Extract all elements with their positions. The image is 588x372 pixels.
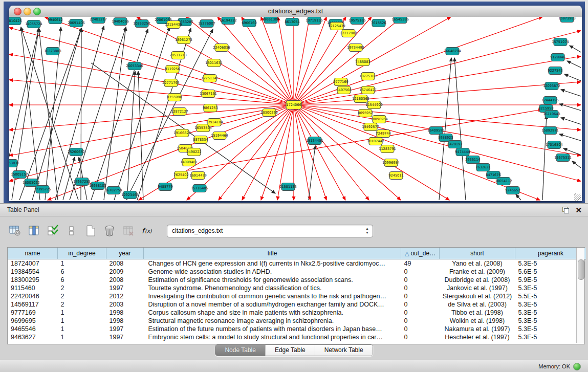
- graph-node[interactable]: 15134451: [306, 137, 323, 145]
- graph-node[interactable]: 19734493: [347, 44, 364, 52]
- graph-node[interactable]: 12444195: [541, 97, 559, 104]
- graph-node[interactable]: 19404056: [112, 18, 129, 26]
- table-mode-icon[interactable]: [8, 224, 21, 237]
- graph-node[interactable]: 9129946: [550, 54, 565, 61]
- graph-node[interactable]: 21581133: [279, 183, 297, 191]
- zoom-button[interactable]: [33, 8, 41, 15]
- graph-node[interactable]: 8613054: [285, 18, 299, 26]
- graph-node[interactable]: 7615526: [371, 19, 386, 27]
- tab-node-table[interactable]: Node Table: [215, 345, 266, 356]
- float-panel-icon[interactable]: [562, 207, 569, 213]
- table-row[interactable]: 1872400712008Changes of HCN gene express…: [8, 259, 586, 268]
- graph-node[interactable]: 7485083: [355, 58, 370, 66]
- graph-node[interactable]: 12160368: [352, 95, 369, 103]
- graph-node[interactable]: 19575165: [349, 17, 366, 25]
- graph-node[interactable]: 14055724: [25, 20, 42, 28]
- graph-node[interactable]: 10896954: [371, 116, 388, 123]
- select-columns-icon[interactable]: [46, 224, 59, 237]
- graph-node[interactable]: 8810425: [9, 17, 22, 25]
- graph-node[interactable]: 6966160: [242, 19, 256, 27]
- graph-node[interactable]: 12125439: [328, 23, 345, 30]
- graph-node[interactable]: 9861253: [203, 104, 217, 112]
- column-header-year[interactable]: year: [106, 248, 144, 259]
- delete-table-icon[interactable]: [122, 224, 135, 237]
- graph-node[interactable]: 19661304: [262, 17, 279, 24]
- graph-node[interactable]: 11675311: [554, 154, 572, 162]
- table-row[interactable]: 1456911722003Disruption of a novel membe…: [8, 300, 586, 309]
- graph-node[interactable]: 18011631: [205, 59, 223, 67]
- graph-node[interactable]: 16210643: [543, 111, 560, 118]
- network-canvas[interactable]: 8810425140557249940612206914062248321719…: [9, 17, 582, 201]
- graph-node[interactable]: 15716485: [191, 185, 208, 192]
- rows-icon[interactable]: [65, 224, 78, 237]
- graph-node[interactable]: 15973983: [558, 17, 576, 23]
- graph-node[interactable]: 1724066: [286, 101, 301, 110]
- graph-node[interactable]: 16648794: [444, 48, 461, 55]
- graph-node[interactable]: 22771793: [162, 79, 180, 87]
- table-row[interactable]: 946362711997Embryonic stem cells: a mode…: [8, 333, 586, 341]
- column-header-name[interactable]: name: [8, 248, 58, 259]
- graph-node[interactable]: 11544909: [365, 101, 383, 109]
- graph-node[interactable]: 16409595: [427, 127, 445, 135]
- graph-node[interactable]: 15005157: [11, 171, 28, 179]
- table-row[interactable]: 946554611997Estimation of the future num…: [8, 325, 586, 333]
- graph-node[interactable]: 15492577: [362, 123, 379, 131]
- graph-node[interactable]: 12154439: [165, 21, 182, 29]
- show-column-icon[interactable]: [27, 224, 40, 237]
- graph-node[interactable]: 15194464: [211, 132, 228, 140]
- graph-node[interactable]: 9227343: [548, 67, 562, 75]
- graph-node[interactable]: 20531213: [169, 52, 187, 59]
- graph-node[interactable]: 16373883: [44, 48, 61, 55]
- table-scrollbar[interactable]: [576, 248, 584, 343]
- graph-node[interactable]: 9485779: [158, 183, 172, 191]
- graph-node[interactable]: 15276007: [198, 20, 215, 28]
- table-selector-dropdown[interactable]: citations_edges.txt ▲▼: [167, 225, 373, 237]
- graph-node[interactable]: 7249744: [376, 130, 390, 138]
- close-button[interactable]: [14, 8, 21, 15]
- graph-node[interactable]: 9777169: [333, 78, 348, 86]
- column-header-short[interactable]: short: [440, 248, 515, 259]
- graph-node[interactable]: 18300295: [260, 109, 278, 117]
- column-header-pagerank[interactable]: pagerank: [515, 248, 586, 259]
- graph-node[interactable]: 10719155: [306, 17, 323, 25]
- graph-node[interactable]: 12751142: [201, 75, 219, 82]
- network-graph[interactable]: 8810425140557249940612206914062248321719…: [9, 17, 582, 201]
- graph-node[interactable]: 17395725: [34, 186, 51, 193]
- graph-node[interactable]: 12872127: [171, 108, 188, 116]
- column-header-out_de[interactable]: △ out_de…: [401, 248, 440, 259]
- graph-node[interactable]: 9245652: [505, 187, 520, 194]
- graph-node[interactable]: 19166827: [173, 129, 191, 137]
- graph-node[interactable]: 20691406: [68, 19, 85, 27]
- graph-node[interactable]: 8095952: [358, 110, 373, 117]
- graph-node[interactable]: 22483217: [90, 17, 107, 24]
- column-header-in_degree[interactable]: in_degree: [58, 248, 106, 259]
- table-row[interactable]: 2242004622012Investigating the contribut…: [8, 292, 586, 300]
- graph-node[interactable]: 10996954: [382, 159, 400, 167]
- scrollbar-thumb[interactable]: [578, 259, 584, 280]
- graph-node[interactable]: 13067151: [200, 90, 217, 98]
- graph-node[interactable]: 6479197: [447, 141, 462, 148]
- table-row[interactable]: 969969511998Structural magnetic resonanc…: [8, 317, 586, 325]
- graph-node[interactable]: 12923468: [121, 191, 139, 199]
- graph-node[interactable]: 7625402: [173, 171, 188, 179]
- graph-node[interactable]: 8755998: [167, 94, 182, 101]
- graph-node[interactable]: 2935114: [465, 156, 480, 164]
- function-builder-icon[interactable]: f(x): [141, 224, 154, 237]
- graph-node[interactable]: 9940612: [48, 17, 62, 24]
- graph-node[interactable]: 10654112: [495, 178, 512, 185]
- graph-node[interactable]: 9119256: [165, 65, 180, 73]
- table-row[interactable]: 911546021997Tourette syndrome. Phenomeno…: [8, 284, 586, 292]
- graph-node[interactable]: 16746427: [359, 86, 377, 94]
- graph-node[interactable]: 18961273: [175, 36, 192, 44]
- graph-node[interactable]: 18775165: [359, 73, 377, 80]
- graph-node[interactable]: 9474444: [455, 148, 470, 156]
- graph-node[interactable]: 17957253: [73, 178, 91, 186]
- close-panel-icon[interactable]: ✕: [575, 206, 582, 214]
- graph-node[interactable]: 16958107: [89, 182, 106, 190]
- graph-node[interactable]: 22406036: [213, 44, 230, 52]
- graph-node[interactable]: 9245011: [388, 172, 403, 180]
- graph-node[interactable]: 12217987: [340, 30, 357, 37]
- graph-node[interactable]: 10853257: [133, 20, 150, 28]
- graph-node[interactable]: 15751074: [552, 38, 569, 46]
- tab-network-table[interactable]: Network Table: [315, 345, 373, 356]
